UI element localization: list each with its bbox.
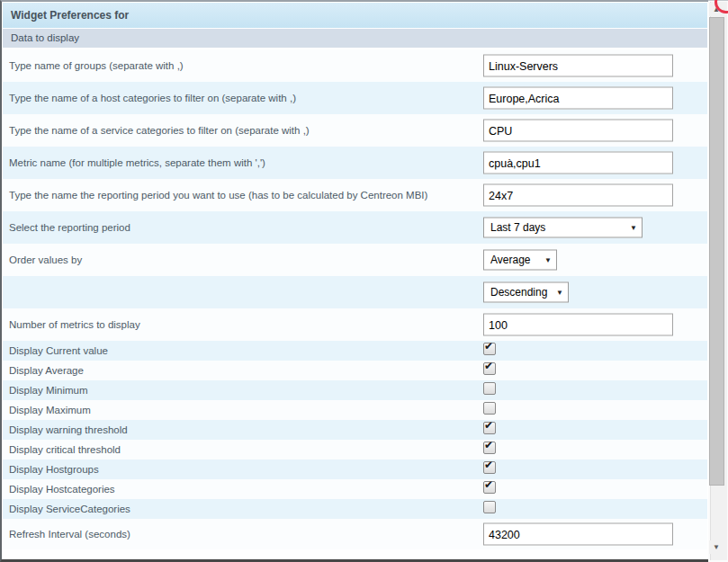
- row-control: ✔: [483, 343, 496, 359]
- checkbox[interactable]: ✔: [483, 362, 496, 375]
- checkmark-icon: ✔: [484, 439, 493, 451]
- row-label: Display Hostgroups: [9, 464, 99, 475]
- row-control: ✔: [483, 422, 496, 438]
- section-header: Data to display: [3, 29, 707, 48]
- row-control: [483, 184, 673, 207]
- pref-row: Display Maximum: [3, 400, 707, 420]
- select-dropdown[interactable]: Descending▼: [483, 282, 569, 303]
- row-control: [483, 382, 496, 398]
- row-control: [483, 87, 673, 110]
- checkbox[interactable]: ✔: [483, 422, 496, 434]
- pref-row: Number of metrics to display: [3, 308, 707, 341]
- checkmark-icon: ✔: [484, 419, 493, 432]
- pref-row: Display Hostcategories✔: [3, 479, 707, 499]
- select-value: Average: [490, 254, 530, 266]
- row-label: Display Maximum: [9, 405, 91, 415]
- row-label: Type the name the reporting period you w…: [9, 190, 427, 201]
- preferences-form: Type name of groups (separate with ,)Typ…: [3, 49, 707, 549]
- row-label: Display Minimum: [9, 385, 88, 396]
- widget-preferences-dialog: Widget Preferences for Data to display T…: [0, 0, 708, 562]
- pref-row: Display ServiceCategories: [3, 499, 707, 519]
- scrollbar-thumb[interactable]: [709, 17, 724, 486]
- row-label: Display Hostcategories: [9, 484, 115, 495]
- select-dropdown[interactable]: Last 7 days▼: [483, 218, 643, 238]
- row-control: ✔: [483, 461, 496, 477]
- checkbox[interactable]: [483, 501, 496, 513]
- text-input[interactable]: [483, 55, 673, 77]
- scroll-down-button[interactable]: ▼: [709, 540, 724, 554]
- row-label: Display Average: [9, 365, 84, 376]
- row-control: Average▼: [483, 250, 557, 271]
- pref-row: Display critical threshold✔: [3, 440, 707, 459]
- row-label: Refresh Interval (seconds): [9, 529, 130, 540]
- select-value: Descending: [490, 286, 547, 299]
- row-label: Display ServiceCategories: [9, 504, 130, 514]
- checkmark-icon: ✔: [484, 478, 493, 491]
- pref-row: Type the name the reporting period you w…: [3, 179, 707, 211]
- select-arrow-icon: ▼: [630, 219, 637, 237]
- row-control: [483, 152, 673, 174]
- row-control: ✔: [483, 481, 496, 497]
- checkbox[interactable]: ✔: [483, 442, 496, 454]
- pref-row: Descending▼: [3, 276, 707, 308]
- row-label: Type the name of a service categories to…: [9, 125, 310, 136]
- select-value: Last 7 days: [490, 221, 545, 234]
- row-label: Select the reporting period: [9, 222, 130, 233]
- checkmark-icon: ✔: [484, 340, 493, 352]
- checkmark-icon: ✔: [484, 459, 493, 471]
- text-input[interactable]: [483, 87, 673, 110]
- scrollbar: ▲ ▼: [708, 0, 728, 562]
- pref-row: Type the name of a host categories to fi…: [3, 82, 707, 114]
- row-control: [483, 55, 673, 77]
- text-input[interactable]: [483, 120, 673, 142]
- pref-row: Display Hostgroups✔: [3, 459, 707, 479]
- select-arrow-icon: ▼: [556, 283, 563, 302]
- row-control: Last 7 days▼: [483, 218, 643, 238]
- row-label: Metric name (for multiple metrics, separ…: [9, 157, 265, 168]
- pref-row: Display Minimum: [3, 380, 707, 400]
- row-label: Number of metrics to display: [9, 319, 140, 330]
- text-input[interactable]: [483, 523, 673, 546]
- row-label: Display warning threshold: [9, 424, 128, 435]
- pref-row: Order values byAverage▼: [3, 244, 707, 276]
- select-dropdown[interactable]: Average▼: [483, 250, 557, 271]
- row-control: ✔: [483, 362, 496, 379]
- row-control: ✔: [483, 442, 496, 458]
- pref-row: Display Average✔: [3, 361, 707, 380]
- checkbox[interactable]: ✔: [483, 343, 496, 355]
- text-input[interactable]: [483, 184, 673, 207]
- pref-row: Type name of groups (separate with ,): [3, 49, 707, 82]
- checkmark-icon: ✔: [484, 360, 493, 372]
- row-control: [483, 120, 673, 142]
- text-input[interactable]: [483, 152, 673, 174]
- row-label: Display Current value: [9, 345, 108, 356]
- pref-row: Refresh Interval (seconds): [3, 519, 707, 549]
- checkbox[interactable]: ✔: [483, 481, 496, 494]
- row-control: [483, 402, 496, 418]
- pref-row: Metric name (for multiple metrics, separ…: [3, 147, 707, 179]
- row-label: Display critical threshold: [9, 444, 121, 455]
- row-control: [483, 501, 496, 517]
- select-arrow-icon: ▼: [544, 251, 552, 270]
- dialog-title: Widget Preferences for: [3, 3, 707, 28]
- row-label: Type name of groups (separate with ,): [9, 60, 184, 71]
- checkbox[interactable]: [483, 402, 496, 415]
- pref-row: Display Current value✔: [3, 341, 707, 361]
- pref-row: Select the reporting periodLast 7 days▼: [3, 211, 707, 244]
- row-control: Descending▼: [483, 282, 569, 303]
- pref-row: Type the name of a service categories to…: [3, 114, 707, 147]
- row-label: Order values by: [9, 254, 82, 265]
- row-label: Type the name of a host categories to fi…: [9, 93, 296, 103]
- text-input[interactable]: [483, 314, 673, 336]
- row-control: [483, 523, 673, 546]
- checkbox[interactable]: [483, 382, 496, 395]
- pref-row: Display warning threshold✔: [3, 420, 707, 440]
- checkbox[interactable]: ✔: [483, 461, 496, 474]
- row-control: [483, 314, 673, 336]
